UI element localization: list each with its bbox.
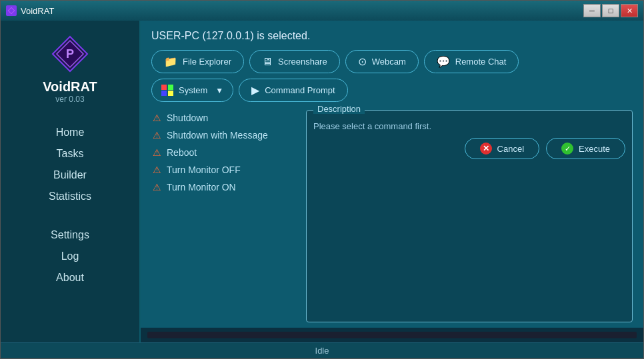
svg-text:P: P	[66, 47, 74, 61]
command-prompt-button[interactable]: ▶ Command Prompt	[239, 79, 347, 102]
remote-chat-button[interactable]: 💬 Remote Chat	[424, 50, 519, 73]
sidebar-item-statistics[interactable]: Statistics	[1, 188, 139, 205]
window-title: VoidRAT	[21, 6, 54, 16]
logo-version: ver 0.03	[55, 95, 84, 104]
progress-area	[141, 328, 643, 342]
warning-icon: ⚠	[153, 182, 161, 192]
title-bar: VoidRAT ─ □ ✕	[1, 1, 643, 21]
list-item[interactable]: ⚠ Shutdown with Message	[151, 127, 298, 143]
status-bar-bottom: Idle	[1, 342, 643, 358]
description-box: Description Please select a command firs…	[306, 110, 633, 322]
folder-icon: 📁	[164, 55, 177, 68]
title-bar-left: VoidRAT	[6, 5, 54, 16]
logo-area: P VoidRAT ver 0.03	[43, 34, 97, 104]
warning-icon: ⚠	[153, 130, 161, 141]
webcam-button[interactable]: ⊙ Webcam	[345, 50, 419, 73]
chat-icon: 💬	[437, 55, 450, 68]
logo-title: VoidRAT	[43, 79, 97, 95]
progress-bar	[147, 332, 637, 338]
cancel-button[interactable]: ✕ Cancel	[465, 138, 539, 159]
sidebar-item-about[interactable]: About	[1, 269, 139, 286]
sidebar: P VoidRAT ver 0.03 Home Tasks Builder St…	[1, 21, 141, 342]
sidebar-item-builder[interactable]: Builder	[1, 167, 139, 184]
windows-icon	[161, 85, 173, 97]
action-buttons: ✕ Cancel ✓ Execute	[313, 138, 625, 159]
list-item[interactable]: ⚠ Shutdown	[151, 110, 298, 126]
restore-button[interactable]: □	[602, 4, 619, 17]
warning-icon: ⚠	[153, 165, 161, 175]
minimize-button[interactable]: ─	[583, 4, 601, 17]
toolbar-row1: 📁 File Explorer 🖥 Screenshare ⊙ Webcam 💬…	[151, 50, 633, 73]
screenshare-button[interactable]: 🖥 Screenshare	[249, 50, 340, 73]
dropdown-arrow-icon: ▼	[215, 86, 223, 95]
logo-icon: P	[50, 34, 90, 74]
cancel-icon: ✕	[480, 143, 492, 155]
sidebar-item-settings[interactable]: Settings	[1, 226, 139, 244]
content-area: ⚠ Shutdown ⚠ Shutdown with Message ⚠ Reb…	[151, 110, 633, 322]
warning-icon: ⚠	[153, 147, 161, 158]
main-content: USER-PC (127.0.0.1) is selected. 📁 File …	[141, 21, 643, 342]
sidebar-item-tasks[interactable]: Tasks	[1, 145, 139, 163]
title-bar-controls: ─ □ ✕	[583, 4, 638, 17]
webcam-icon: ⊙	[358, 55, 367, 68]
close-button[interactable]: ✕	[621, 4, 638, 17]
file-explorer-button[interactable]: 📁 File Explorer	[151, 50, 244, 73]
window-body: P VoidRAT ver 0.03 Home Tasks Builder St…	[1, 21, 643, 342]
terminal-icon: ▶	[251, 84, 259, 97]
commands-list: ⚠ Shutdown ⚠ Shutdown with Message ⚠ Reb…	[151, 110, 298, 322]
selected-status: USER-PC (127.0.0.1) is selected.	[151, 30, 633, 42]
nav-items: Home Tasks Builder Statistics Settings L…	[1, 124, 139, 286]
execute-icon: ✓	[561, 143, 573, 155]
list-item[interactable]: ⚠ Turn Monitor OFF	[151, 162, 298, 178]
execute-button[interactable]: ✓ Execute	[546, 138, 625, 159]
warning-icon: ⚠	[153, 113, 161, 123]
app-icon	[6, 5, 17, 16]
sidebar-item-home[interactable]: Home	[1, 124, 139, 141]
description-label: Description	[313, 104, 365, 114]
monitor-icon: 🖥	[262, 56, 273, 68]
list-item[interactable]: ⚠ Reboot	[151, 145, 298, 161]
description-text: Please select a command first.	[313, 121, 625, 131]
toolbar-row2: System ▼ ▶ Command Prompt	[151, 79, 633, 102]
main-window: VoidRAT ─ □ ✕ P VoidRAT ver 0.03 Home Ta…	[0, 0, 644, 359]
list-item[interactable]: ⚠ Turn Monitor ON	[151, 179, 298, 195]
sidebar-item-log[interactable]: Log	[1, 248, 139, 265]
system-dropdown[interactable]: System ▼	[151, 79, 233, 102]
